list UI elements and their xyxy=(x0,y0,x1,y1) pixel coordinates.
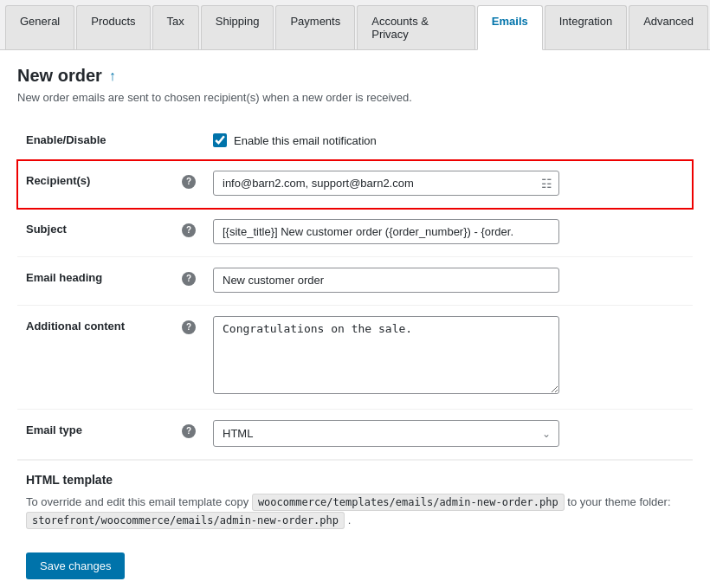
email-type-help-icon[interactable]: ? xyxy=(182,424,196,438)
template-theme-path: storefront/woocommerce/emails/admin-new-… xyxy=(26,512,345,529)
form-table: Enable/Disable Enable this email notific… xyxy=(17,120,693,460)
tab-payments[interactable]: Payments xyxy=(275,5,355,49)
subject-input[interactable] xyxy=(213,219,559,244)
tab-emails[interactable]: Emails xyxy=(477,5,543,50)
recipients-row: Recipient(s) ? ☷ xyxy=(17,160,693,209)
recipients-input-cell: ☷ xyxy=(204,160,693,209)
tab-tax[interactable]: Tax xyxy=(152,5,199,49)
enable-disable-input-cell: Enable this email notification xyxy=(204,120,693,160)
content-area: New order ↑ New order emails are sent to… xyxy=(0,50,710,588)
template-desc-after: . xyxy=(348,514,352,527)
enable-disable-label: Enable/Disable xyxy=(17,120,173,160)
email-type-row: Email type ? HTML Plain text Multipart ⌄ xyxy=(17,410,693,460)
template-description: To override and edit this email template… xyxy=(26,494,684,530)
enable-disable-help-cell xyxy=(173,120,204,160)
email-type-label: Email type xyxy=(17,410,173,460)
email-type-select[interactable]: HTML Plain text Multipart xyxy=(213,420,559,447)
template-code-path: woocommerce/templates/emails/admin-new-o… xyxy=(252,494,565,511)
additional-content-label: Additional content xyxy=(17,306,173,410)
address-book-icon: ☷ xyxy=(541,177,552,191)
page-description: New order emails are sent to chosen reci… xyxy=(17,91,693,104)
email-type-input-cell: HTML Plain text Multipart ⌄ xyxy=(204,410,693,460)
email-heading-input[interactable] xyxy=(213,268,559,293)
upload-icon[interactable]: ↑ xyxy=(109,68,116,84)
email-heading-label: Email heading xyxy=(17,257,173,306)
subject-input-cell xyxy=(204,209,693,257)
save-changes-button[interactable]: Save changes xyxy=(26,552,125,579)
email-heading-help-icon[interactable]: ? xyxy=(182,272,196,286)
tabs-bar: General Products Tax Shipping Payments A… xyxy=(0,0,710,50)
email-heading-input-cell xyxy=(204,257,693,306)
additional-content-help-icon[interactable]: ? xyxy=(182,320,196,334)
tab-accounts-privacy[interactable]: Accounts & Privacy xyxy=(357,5,475,49)
page-title-row: New order ↑ xyxy=(17,66,693,86)
template-desc-middle: to your theme folder: xyxy=(567,495,670,508)
email-type-select-wrap: HTML Plain text Multipart ⌄ xyxy=(213,420,559,447)
page-title: New order xyxy=(17,66,102,86)
recipients-input[interactable] xyxy=(213,171,559,196)
recipients-help-cell: ? xyxy=(173,160,204,209)
tab-advanced[interactable]: Advanced xyxy=(629,5,708,49)
recipients-label: Recipient(s) xyxy=(17,160,173,209)
subject-help-cell: ? xyxy=(173,209,204,257)
template-desc-before: To override and edit this email template… xyxy=(26,495,248,508)
additional-content-textarea[interactable]: Congratulations on the sale. xyxy=(213,316,559,394)
tab-shipping[interactable]: Shipping xyxy=(201,5,274,49)
additional-content-input-cell: Congratulations on the sale. xyxy=(204,306,693,410)
enable-disable-row: Enable/Disable Enable this email notific… xyxy=(17,120,693,160)
email-heading-help-cell: ? xyxy=(173,257,204,306)
enable-checkbox-row: Enable this email notification xyxy=(213,130,684,147)
recipients-help-icon[interactable]: ? xyxy=(182,175,196,189)
page-wrapper: General Products Tax Shipping Payments A… xyxy=(0,0,710,588)
subject-label: Subject xyxy=(17,209,173,257)
subject-help-icon[interactable]: ? xyxy=(182,223,196,237)
tab-integration[interactable]: Integration xyxy=(545,5,627,49)
enable-checkbox-label: Enable this email notification xyxy=(234,134,377,147)
email-type-help-cell: ? xyxy=(173,410,204,460)
tab-products[interactable]: Products xyxy=(76,5,150,49)
tab-general[interactable]: General xyxy=(5,5,74,49)
enable-checkbox[interactable] xyxy=(213,133,227,147)
html-template-section: HTML template To override and edit this … xyxy=(17,460,693,539)
html-template-title: HTML template xyxy=(26,473,684,487)
footer-area: Save changes xyxy=(17,539,693,588)
email-heading-row: Email heading ? xyxy=(17,257,693,306)
additional-content-help-cell: ? xyxy=(173,306,204,410)
additional-content-row: Additional content ? Congratulations on … xyxy=(17,306,693,410)
subject-row: Subject ? xyxy=(17,209,693,257)
recipient-wrap: ☷ xyxy=(213,171,559,196)
